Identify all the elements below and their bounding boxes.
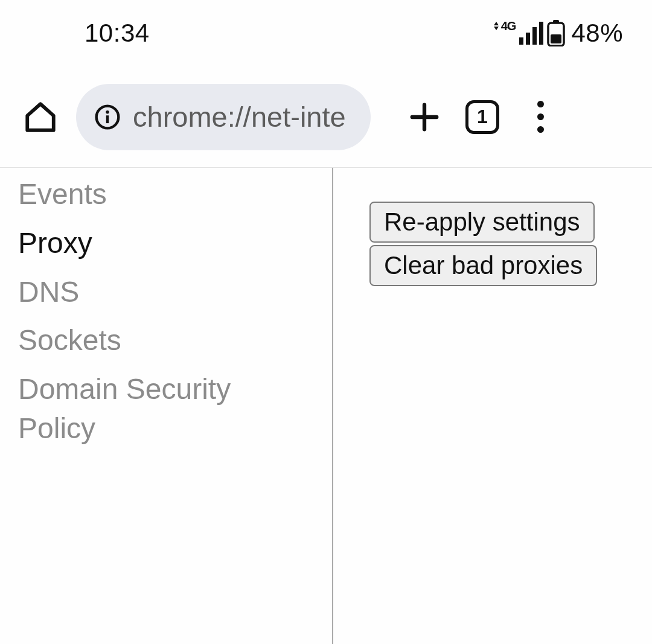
plus-icon [408,101,441,133]
page-content: Events Proxy DNS Sockets Domain Security… [0,168,652,644]
reapply-settings-button[interactable]: Re-apply settings [369,202,595,243]
tab-count-badge: 1 [465,100,499,134]
more-vert-icon [532,101,549,133]
overflow-menu-button[interactable] [518,95,563,139]
clear-bad-proxies-button[interactable]: Clear bad proxies [369,245,597,286]
sidebar-item-events[interactable]: Events [0,170,332,219]
new-tab-button[interactable] [402,95,447,139]
home-icon [23,100,58,135]
sidebar-item-domain-security-policy[interactable]: Domain Security Policy [0,365,332,453]
main-panel: Re-apply settings Clear bad proxies [333,168,652,644]
sidebar-item-dns[interactable]: DNS [0,268,332,317]
data-arrows-icon [494,22,499,30]
status-bar: 10:34 4G 48% [0,0,652,66]
browser-toolbar: chrome://net-inte 1 [0,66,652,168]
info-icon [94,104,121,130]
svg-point-8 [106,110,109,114]
svg-rect-0 [519,37,523,45]
sidebar-item-proxy[interactable]: Proxy [0,219,332,268]
status-right-cluster: 4G 48% [494,19,623,48]
svg-rect-9 [106,115,109,123]
svg-rect-6 [551,34,561,43]
network-type-label: 4G [501,19,516,33]
tab-count: 1 [477,106,488,128]
home-button[interactable] [18,95,63,139]
sidebar-item-sockets[interactable]: Sockets [0,316,332,365]
tab-switcher-button[interactable]: 1 [460,95,505,139]
url-bar[interactable]: chrome://net-inte [76,84,371,150]
url-text: chrome://net-inte [133,100,346,133]
signal-bars-icon [519,22,543,45]
svg-rect-3 [539,22,543,45]
battery-icon [547,20,565,46]
battery-percentage: 48% [571,19,623,48]
svg-rect-2 [532,27,537,45]
svg-rect-1 [526,33,530,45]
status-time: 10:34 [85,19,150,48]
sidebar-nav: Events Proxy DNS Sockets Domain Security… [0,168,333,644]
